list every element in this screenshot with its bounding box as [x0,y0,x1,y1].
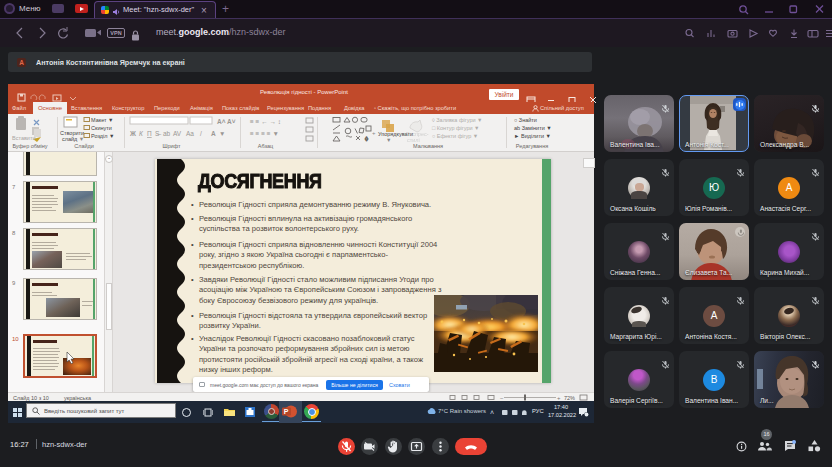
svg-text:▼: ▼ [219,130,225,137]
svg-text:Ж: Ж [129,130,136,137]
svg-text:Макет ▼: Макет ▼ [91,117,114,123]
svg-text:Aа: Aа [186,130,194,137]
svg-text:ab: ab [163,130,171,137]
svg-text:S̶: S̶ [155,130,161,137]
svg-text:A˄ A˅: A˄ A˅ [217,118,236,125]
svg-text:Розділ ▼: Розділ ▼ [91,133,114,139]
svg-text:AV: AV [173,130,182,137]
svg-text:стилі: стилі [407,137,420,143]
svg-text:слайд ▼: слайд ▼ [62,136,84,142]
svg-text:○ Знайти: ○ Знайти [514,117,537,123]
svg-text:□ Контур фігури ▼: □ Контур фігури ▼ [432,125,480,131]
svg-text:► Виділити ▼: ► Виділити ▼ [514,133,551,139]
svg-text:П: П [147,130,152,137]
svg-text:≡ ≡ ← → ↕: ≡ ≡ ← → ↕ [250,118,281,125]
svg-text:○ Ефекти фігур ▼: ○ Ефекти фігур ▼ [432,133,478,139]
svg-text:≡ ≡ ≡ ≡ ▼: ≡ ≡ ≡ ≡ ▼ [250,130,279,137]
svg-text:Вставити: Вставити [12,135,36,141]
svg-text:ab Замінити ▼: ab Замінити ▼ [514,125,552,131]
svg-text:К: К [139,130,144,137]
svg-text:Скинути: Скинути [91,125,112,131]
svg-text:P: P [284,408,289,415]
svg-text:▼: ▼ [386,137,391,143]
svg-text:+: + [372,130,376,136]
svg-text:◊ Заливка фігури ▼: ◊ Заливка фігури ▼ [432,117,483,123]
svg-text:А: А [211,130,216,137]
svg-text:/: / [200,130,202,137]
svg-text:◊: ◊ [365,136,368,142]
